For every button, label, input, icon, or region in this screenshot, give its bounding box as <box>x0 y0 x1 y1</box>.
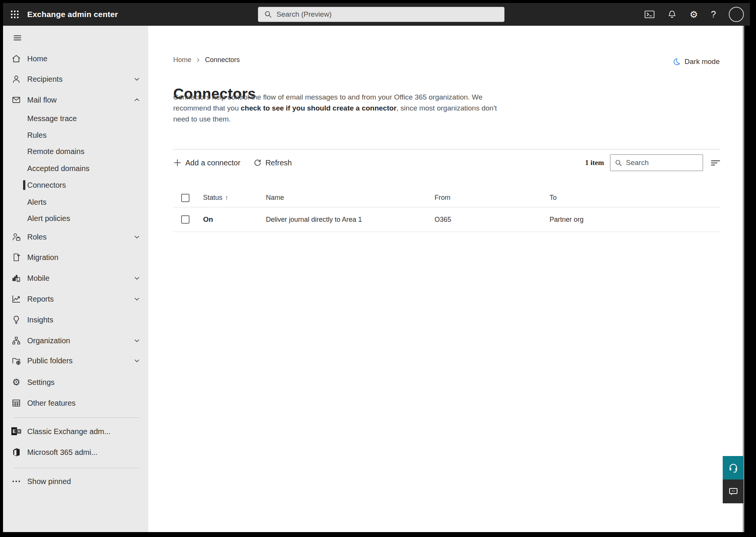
breadcrumb-home-link[interactable]: Home <box>173 56 191 64</box>
global-search-box[interactable] <box>258 7 505 22</box>
table-grid-icon <box>11 398 21 408</box>
chevron-right-icon <box>196 58 200 62</box>
search-icon <box>615 159 622 167</box>
lightbulb-icon <box>11 315 21 325</box>
notifications-bell-icon[interactable] <box>668 10 677 19</box>
column-header-name[interactable]: Name <box>266 194 435 202</box>
row-checkbox-cell <box>173 215 203 224</box>
gear-icon: ⚙ <box>11 377 21 387</box>
row-to-cell: Partner org <box>550 216 720 224</box>
sidebar-item-organization[interactable]: Organization <box>3 332 148 349</box>
more-ellipsis-icon <box>11 476 21 486</box>
sidebar-item-settings[interactable]: ⚙ Settings <box>3 374 148 391</box>
chevron-up-icon <box>133 96 141 104</box>
row-from-cell: O365 <box>435 216 550 224</box>
search-icon <box>264 11 272 18</box>
column-header-from[interactable]: From <box>435 194 550 202</box>
home-icon <box>11 54 21 64</box>
connectors-table: Status ↑ Name From To On Deliver journal… <box>173 188 720 232</box>
sidebar-item-accepted-domains[interactable]: Accepted domains <box>3 160 148 177</box>
sidebar-item-connectors[interactable]: Connectors <box>3 177 148 193</box>
list-toolbar: Add a connector Refresh 1 item <box>173 153 720 173</box>
left-navigation: Home Recipients Mail flow Message trace … <box>3 26 148 532</box>
chevron-down-icon <box>133 75 141 83</box>
add-connector-button[interactable]: Add a connector <box>173 159 241 167</box>
list-search-box[interactable] <box>610 154 703 171</box>
plus-icon <box>173 159 182 167</box>
section-divider <box>173 149 720 149</box>
breadcrumb: Home Connectors <box>173 56 240 64</box>
waffle-icon <box>11 10 19 19</box>
feedback-button[interactable] <box>723 479 744 503</box>
sidebar-item-public-folders[interactable]: Public folders <box>3 352 148 369</box>
sidebar-item-remote-domains[interactable]: Remote domains <box>3 143 148 160</box>
sidebar-item-microsoft-365-admin[interactable]: Microsoft 365 admi... <box>3 444 148 461</box>
chevron-down-icon <box>133 337 141 344</box>
reports-chart-icon <box>11 294 21 304</box>
microsoft-365-logo-icon <box>11 447 21 457</box>
sidebar-item-mobile[interactable]: Mobile <box>3 270 148 286</box>
sidebar-item-alert-policies[interactable]: Alert policies <box>3 210 148 227</box>
row-checkbox[interactable] <box>181 215 189 224</box>
sidebar-item-other-features[interactable]: Other features <box>3 395 148 411</box>
help-icon[interactable]: ? <box>711 9 716 20</box>
settings-gear-icon[interactable]: ⚙ <box>689 10 698 19</box>
sidebar-item-classic-exchange-admin[interactable]: E ✕ Classic Exchange adm... <box>3 423 148 440</box>
envelope-icon <box>11 95 21 105</box>
sidebar-item-alerts[interactable]: Alerts <box>3 194 148 210</box>
powershell-terminal-icon[interactable] <box>644 10 655 19</box>
chevron-down-icon <box>133 357 141 364</box>
moon-icon <box>672 58 681 66</box>
sidebar-item-show-pinned[interactable]: Show pinned <box>3 473 148 490</box>
app-title: Exchange admin center <box>27 10 118 19</box>
migration-document-arrow-icon <box>11 252 21 262</box>
page-description: Connectors help control the flow of emai… <box>173 92 501 125</box>
sidebar-divider <box>14 417 139 418</box>
global-search-input[interactable] <box>276 10 504 19</box>
select-all-checkbox[interactable] <box>181 194 189 202</box>
create-connector-check-link[interactable]: check to see if you should create a conn… <box>241 104 396 112</box>
header-checkbox-cell <box>173 194 203 202</box>
topbar-actions: ⚙ ? <box>644 3 744 26</box>
roles-person-briefcase-icon <box>11 232 21 242</box>
classic-exchange-logo-icon: E ✕ <box>11 426 21 436</box>
sidebar-item-insights[interactable]: Insights <box>3 311 148 328</box>
sidebar-item-mail-flow[interactable]: Mail flow <box>3 92 148 108</box>
refresh-icon <box>253 159 262 167</box>
sidebar-divider <box>14 468 139 468</box>
column-header-to[interactable]: To <box>550 194 720 202</box>
chevron-down-icon <box>133 274 141 282</box>
person-icon <box>11 74 21 84</box>
sidebar-item-home[interactable]: Home <box>3 50 148 67</box>
sidebar-item-recipients[interactable]: Recipients <box>3 71 148 87</box>
support-button[interactable] <box>723 456 744 479</box>
feedback-speech-bubble-icon <box>728 486 739 497</box>
filter-icon[interactable] <box>711 159 720 167</box>
selected-indicator <box>23 180 25 190</box>
mobile-devices-icon <box>11 273 21 283</box>
table-row[interactable]: On Deliver journal directly to Area 1 O3… <box>173 207 720 232</box>
item-count: 1 item <box>585 159 604 167</box>
exchange-admin-center-page: { "topbar": { "app_title": "Exchange adm… <box>0 0 756 537</box>
sidebar-item-message-trace[interactable]: Message trace <box>3 110 148 127</box>
sidebar-item-reports[interactable]: Reports <box>3 291 148 307</box>
chevron-down-icon <box>133 233 141 241</box>
list-search-input[interactable] <box>626 159 703 167</box>
account-avatar[interactable] <box>729 7 744 22</box>
sidebar-item-rules[interactable]: Rules <box>3 127 148 143</box>
table-header-row: Status ↑ Name From To <box>173 188 720 207</box>
folder-globe-icon <box>11 356 21 366</box>
row-status-cell: On <box>203 215 266 224</box>
chevron-down-icon <box>133 295 141 303</box>
column-header-status[interactable]: Status ↑ <box>203 194 266 202</box>
refresh-button[interactable]: Refresh <box>253 159 292 167</box>
headset-icon <box>728 462 739 473</box>
app-launcher-waffle-icon[interactable] <box>6 6 23 23</box>
main-content: Home Connectors Dark mode Connectors Con… <box>148 26 744 532</box>
collapse-nav-hamburger-icon[interactable] <box>9 30 26 46</box>
breadcrumb-current: Connectors <box>205 56 240 64</box>
dark-mode-toggle[interactable]: Dark mode <box>672 58 720 66</box>
sidebar-item-migration[interactable]: Migration <box>3 249 148 266</box>
sidebar-item-roles[interactable]: Roles <box>3 229 148 245</box>
top-app-bar: Exchange admin center ⚙ ? <box>3 3 750 26</box>
